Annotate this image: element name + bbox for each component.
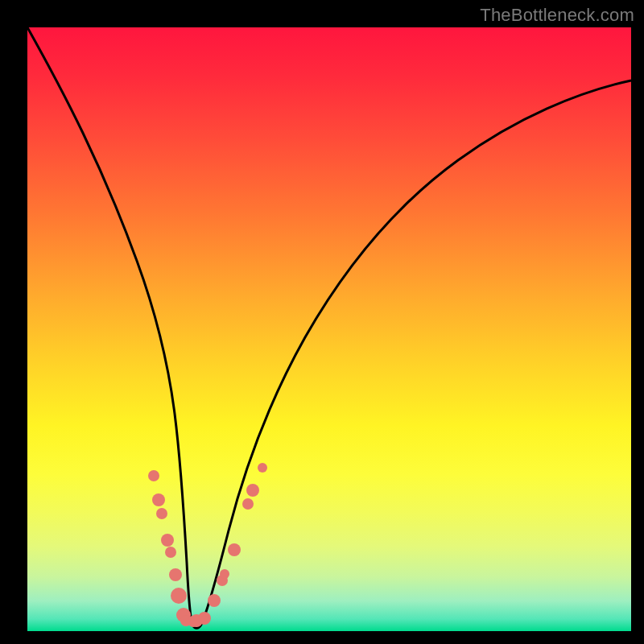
svg-point-12 — [208, 594, 221, 607]
highlight-dots — [148, 463, 267, 627]
svg-point-5 — [169, 568, 182, 581]
svg-point-4 — [165, 547, 176, 558]
svg-point-3 — [161, 534, 174, 547]
chart-frame: TheBottleneck.com — [0, 0, 644, 644]
svg-point-1 — [152, 493, 165, 506]
plot-area — [27, 27, 631, 631]
bottleneck-curve — [27, 27, 631, 628]
svg-point-0 — [148, 470, 159, 481]
svg-point-16 — [242, 498, 254, 510]
svg-point-18 — [258, 463, 267, 473]
svg-point-15 — [228, 543, 241, 556]
svg-point-6 — [171, 588, 187, 604]
curve-layer — [27, 27, 631, 631]
svg-point-17 — [246, 484, 259, 497]
svg-point-11 — [198, 612, 211, 625]
svg-point-14 — [220, 569, 229, 579]
watermark-text: TheBottleneck.com — [480, 5, 634, 26]
svg-point-2 — [156, 508, 167, 519]
